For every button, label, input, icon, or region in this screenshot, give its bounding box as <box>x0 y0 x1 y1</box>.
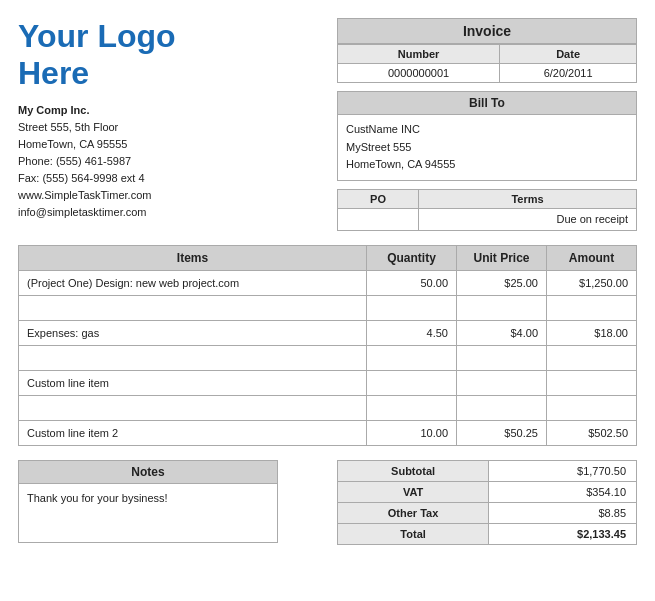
item-name: Expenses: gas <box>19 320 367 345</box>
vat-label: VAT <box>338 481 489 502</box>
item-name: Custom line item <box>19 370 367 395</box>
bottom-section: Notes Thank you for your bysiness! Subto… <box>18 460 637 545</box>
item-price <box>457 370 547 395</box>
company-name: My Comp Inc. <box>18 102 176 119</box>
po-terms-table: PO Terms Due on receipt <box>337 189 637 231</box>
col-unit-price: Unit Price <box>457 245 547 270</box>
invoice-title: Invoice <box>337 18 637 44</box>
item-qty: 50.00 <box>367 270 457 295</box>
logo: Your Logo Here <box>18 18 176 92</box>
table-row: Custom line item <box>19 370 637 395</box>
item-qty: 10.00 <box>367 420 457 445</box>
item-name: Custom line item 2 <box>19 420 367 445</box>
item-qty <box>367 370 457 395</box>
row-spacer <box>19 395 637 420</box>
item-price: $25.00 <box>457 270 547 295</box>
invoice-number: 0000000001 <box>338 64 500 83</box>
notes-box: Notes Thank you for your bysiness! <box>18 460 278 543</box>
items-table: Items Quantity Unit Price Amount (Projec… <box>18 245 637 446</box>
item-amount <box>547 370 637 395</box>
items-section: Items Quantity Unit Price Amount (Projec… <box>18 245 637 446</box>
number-header: Number <box>338 45 500 64</box>
company-address2: HomeTown, CA 95555 <box>18 136 176 153</box>
company-address1: Street 555, 5th Floor <box>18 119 176 136</box>
left-column: Your Logo Here My Comp Inc. Street 555, … <box>18 18 176 221</box>
item-qty: 4.50 <box>367 320 457 345</box>
table-row: Expenses: gas 4.50 $4.00 $18.00 <box>19 320 637 345</box>
col-amount: Amount <box>547 245 637 270</box>
item-amount: $502.50 <box>547 420 637 445</box>
logo-line1: Your Logo <box>18 18 176 54</box>
item-amount: $18.00 <box>547 320 637 345</box>
terms-header: Terms <box>419 189 637 208</box>
company-info: My Comp Inc. Street 555, 5th Floor HomeT… <box>18 102 176 221</box>
totals-table: Subtotal $1,770.50 VAT $354.10 Other Tax… <box>337 460 637 545</box>
bill-to-line2: MyStreet 555 <box>346 139 628 157</box>
top-section: Your Logo Here My Comp Inc. Street 555, … <box>18 18 637 231</box>
bill-to-line1: CustName INC <box>346 121 628 139</box>
row-spacer <box>19 295 637 320</box>
bill-to-body: CustName INC MyStreet 555 HomeTown, CA 9… <box>337 114 637 181</box>
invoice-right: Invoice Number Date 0000000001 6/20/2011… <box>337 18 637 231</box>
other-tax-label: Other Tax <box>338 502 489 523</box>
subtotal-label: Subtotal <box>338 460 489 481</box>
company-email: info@simpletasktimer.com <box>18 204 176 221</box>
row-spacer <box>19 345 637 370</box>
table-row: Custom line item 2 10.00 $50.25 $502.50 <box>19 420 637 445</box>
company-fax: Fax: (555) 564-9998 ext 4 <box>18 170 176 187</box>
date-header: Date <box>500 45 637 64</box>
total-label: Total <box>338 523 489 544</box>
subtotal-value: $1,770.50 <box>489 460 637 481</box>
col-items: Items <box>19 245 367 270</box>
item-amount: $1,250.00 <box>547 270 637 295</box>
po-header: PO <box>338 189 419 208</box>
po-value <box>338 208 419 230</box>
vat-value: $354.10 <box>489 481 637 502</box>
item-price: $4.00 <box>457 320 547 345</box>
bill-to-line3: HomeTown, CA 94555 <box>346 156 628 174</box>
other-tax-value: $8.85 <box>489 502 637 523</box>
item-name: (Project One) Design: new web project.co… <box>19 270 367 295</box>
terms-value: Due on receipt <box>419 208 637 230</box>
notes-header: Notes <box>18 460 278 483</box>
table-row: (Project One) Design: new web project.co… <box>19 270 637 295</box>
logo-line2: Here <box>18 55 89 91</box>
notes-text: Thank you for your bysiness! <box>27 492 168 504</box>
bill-to-header: Bill To <box>337 91 637 114</box>
item-price: $50.25 <box>457 420 547 445</box>
total-value: $2,133.45 <box>489 523 637 544</box>
invoice-date: 6/20/2011 <box>500 64 637 83</box>
company-website: www.SimpleTaskTimer.com <box>18 187 176 204</box>
company-phone: Phone: (555) 461-5987 <box>18 153 176 170</box>
col-quantity: Quantity <box>367 245 457 270</box>
notes-body: Thank you for your bysiness! <box>18 483 278 543</box>
invoice-number-date-table: Number Date 0000000001 6/20/2011 <box>337 44 637 83</box>
